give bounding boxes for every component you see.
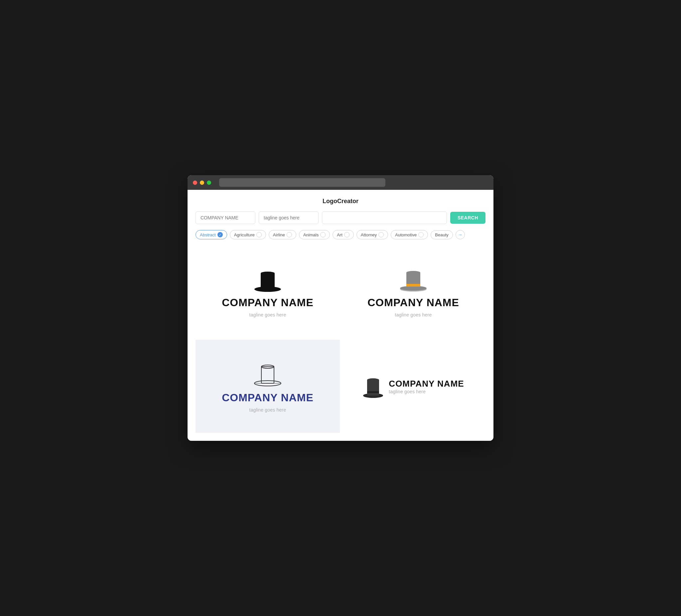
- hat-icon-black: [253, 266, 283, 293]
- logo-card-3-inner: COMPANY NAME tagline goes here: [222, 360, 313, 413]
- logo-card-2[interactable]: COMPANY NAME tagline goes here: [341, 245, 485, 338]
- maximize-button[interactable]: [207, 181, 211, 185]
- logo-4-company-name: COMPANY NAME: [389, 379, 464, 389]
- logo-4-text-group: COMPANY NAME tagline goes here: [389, 379, 464, 394]
- svg-point-14: [367, 378, 379, 382]
- url-bar: [219, 178, 385, 187]
- logo-1-tagline: tagline goes here: [249, 312, 286, 317]
- filter-label-attorney: Attorney: [361, 232, 377, 237]
- filter-tag-attorney[interactable]: Attorney: [356, 230, 388, 239]
- filter-check-agriculture: [256, 232, 262, 237]
- app-content: LogoCreator SEARCH Abstract ✓ Agricultur…: [187, 190, 494, 441]
- filter-label-beauty: Beauty: [435, 232, 448, 237]
- logo-3-tagline: tagline goes here: [249, 407, 286, 413]
- svg-point-2: [261, 272, 275, 275]
- filter-next-button[interactable]: →: [456, 230, 465, 239]
- filter-label-airline: Airline: [273, 232, 285, 237]
- filter-check-art: [344, 232, 350, 237]
- titlebar: [187, 175, 494, 190]
- filter-check-abstract: ✓: [218, 232, 223, 237]
- logo-card-4-inner: COMPANY NAME tagline goes here: [362, 374, 464, 399]
- filter-tag-abstract[interactable]: Abstract ✓: [196, 230, 227, 239]
- search-button[interactable]: SEARCH: [450, 212, 485, 224]
- close-button[interactable]: [193, 181, 197, 185]
- filter-tag-airline[interactable]: Airline: [269, 230, 296, 239]
- tagline-input[interactable]: [259, 211, 319, 224]
- company-name-input[interactable]: [196, 211, 255, 224]
- search-bar: SEARCH: [196, 211, 485, 224]
- filter-bar: Abstract ✓ Agriculture Airline Animals A…: [196, 230, 485, 239]
- svg-rect-6: [406, 284, 420, 287]
- svg-rect-1: [261, 273, 275, 289]
- filter-check-attorney: [378, 232, 384, 237]
- filter-label-abstract: Abstract: [200, 232, 216, 237]
- filter-tag-agriculture[interactable]: Agriculture: [230, 230, 266, 239]
- hat-icon-mini-dark: [362, 374, 384, 399]
- logo-2-tagline: tagline goes here: [395, 312, 432, 317]
- logo-card-1[interactable]: COMPANY NAME tagline goes here: [196, 245, 340, 338]
- filter-label-animals: Animals: [303, 232, 319, 237]
- filter-label-agriculture: Agriculture: [234, 232, 255, 237]
- filter-tag-automotive[interactable]: Automotive: [391, 230, 428, 239]
- filter-tag-art[interactable]: Art: [332, 230, 354, 239]
- filter-label-automotive: Automotive: [395, 232, 417, 237]
- app-title: LogoCreator: [196, 198, 485, 205]
- logo-3-company-name: COMPANY NAME: [222, 392, 313, 404]
- svg-rect-13: [367, 380, 379, 395]
- filter-check-airline: [287, 232, 292, 237]
- logo-card-1-inner: COMPANY NAME tagline goes here: [222, 266, 313, 317]
- logo-card-4[interactable]: COMPANY NAME tagline goes here: [341, 340, 485, 433]
- logo-1-company-name: COMPANY NAME: [222, 297, 313, 309]
- logo-4-tagline: tagline goes here: [389, 389, 464, 394]
- filter-check-animals: [320, 232, 326, 237]
- filter-check-automotive: [418, 232, 424, 237]
- extra-input[interactable]: [322, 211, 447, 224]
- logo-card-3[interactable]: COMPANY NAME tagline goes here: [196, 340, 340, 433]
- hat-icon-colored: [398, 266, 428, 293]
- logo-2-company-name: COMPANY NAME: [368, 297, 459, 309]
- logo-grid: COMPANY NAME tagline goes here: [196, 245, 485, 433]
- filter-label-art: Art: [337, 232, 343, 237]
- filter-tag-beauty[interactable]: Beauty: [431, 230, 453, 239]
- app-window: LogoCreator SEARCH Abstract ✓ Agricultur…: [187, 175, 494, 441]
- filter-tag-animals[interactable]: Animals: [299, 230, 330, 239]
- minimize-button[interactable]: [200, 181, 204, 185]
- hat-icon-outline: [253, 360, 283, 388]
- logo-card-2-inner: COMPANY NAME tagline goes here: [368, 266, 459, 317]
- svg-rect-15: [367, 391, 379, 393]
- svg-point-7: [406, 271, 420, 274]
